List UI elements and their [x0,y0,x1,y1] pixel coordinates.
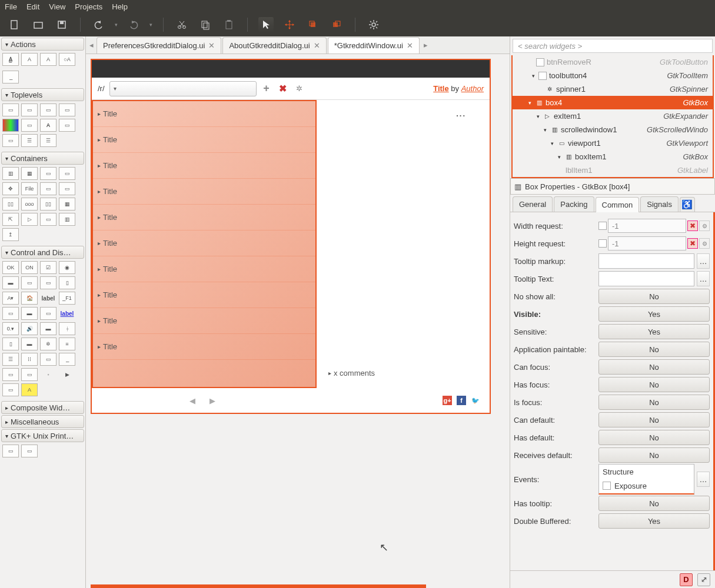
menu-view[interactable]: View [49,2,65,11]
palette-item[interactable]: label [59,307,75,320]
toggle-button[interactable]: No [598,289,710,304]
palette-item[interactable]: ▭ [21,103,38,116]
horizontal-scrollbar[interactable] [91,584,426,588]
palette-item[interactable]: ✲ [40,338,56,350]
menu-edit[interactable]: Edit [26,2,39,11]
checkbox[interactable] [603,482,611,490]
tree-row[interactable]: lblItem1GtkLabel [513,163,713,177]
twitter-icon[interactable]: 🐦 [471,396,480,405]
tree-row[interactable]: ▾▥box4GtkBox [513,96,713,109]
title-link[interactable]: Title [433,84,449,93]
palette-item[interactable]: ⎯ [59,353,75,366]
save-icon[interactable] [54,17,69,32]
palette-item[interactable]: OK [2,261,19,274]
close-icon[interactable]: ✕ [314,41,320,50]
palette-section-print[interactable]: GTK+ Unix Print… [1,429,84,442]
subreddit-combo[interactable] [109,81,257,96]
palette-item[interactable]: ▶ [59,368,75,381]
list-item[interactable]: Title [93,308,315,334]
toggle-button[interactable]: Yes [598,306,710,322]
resize-right-tool-icon[interactable] [329,17,344,32]
palette-item[interactable]: ☰ [2,353,19,366]
list-item[interactable]: Title [93,334,315,360]
palette-item[interactable]: ▭ [40,353,56,366]
palette-item[interactable]: ⎯ [2,71,19,83]
toggle-button[interactable]: Yes [598,513,710,529]
palette-item[interactable]: ≡ [59,338,75,350]
tab-scroll-right-icon[interactable]: ▸ [421,41,431,49]
tab-general[interactable]: General [513,196,553,212]
cut-icon[interactable] [174,17,189,32]
posts-list[interactable]: Title Title Title Title Title Title Titl… [92,100,317,388]
palette-item[interactable]: ▭ [59,103,75,116]
palette-item[interactable]: ▭ [2,383,19,396]
palette-item[interactable]: A̲ [2,53,19,66]
tab-window[interactable]: *GtkredditWindow.ui ✕ [328,37,420,54]
menu-projects[interactable]: Projects [75,2,102,11]
more-icon[interactable]: … [697,253,710,269]
palette-item[interactable]: ooo [21,198,38,211]
palette-item[interactable]: ▭ [2,368,19,381]
copy-icon[interactable] [198,17,213,32]
checkbox[interactable] [598,222,607,230]
palette-item[interactable]: ▬ [40,322,56,335]
checkbox[interactable] [598,239,607,248]
undo-icon[interactable] [91,17,107,32]
palette-section-composite[interactable]: Composite Wid… [1,401,84,414]
tab-packing[interactable]: Packing [554,196,594,212]
clear-icon[interactable]: ✖ [687,238,698,249]
tree-row[interactable]: ▾▭viewport1GtkViewport [513,136,713,150]
palette-item[interactable]: ☑ [40,261,56,274]
palette-item[interactable]: 🔊 [21,322,38,335]
edit-icon[interactable]: ⚙ [699,238,710,249]
redo-icon[interactable] [126,17,141,32]
list-item[interactable]: Title [93,205,315,230]
palette-item[interactable]: ⇱ [2,213,19,226]
palette-item[interactable]: A [21,383,38,396]
toggle-button[interactable]: No [598,430,710,445]
palette-item[interactable]: ▭ [59,119,75,132]
widget-tree[interactable]: btnRemoveRGtkToolButton▾toolbutton4GtkTo… [511,55,714,178]
events-box[interactable]: Structure Exposure [598,464,694,495]
palette-item[interactable]: ⟊ [59,322,75,335]
toggle-button[interactable]: No [598,412,710,427]
palette-item[interactable]: ▭ [40,276,56,289]
palette-item[interactable]: ▯ [2,338,19,350]
palette-section-control[interactable]: Control and Dis… [1,246,84,259]
palette-section-actions[interactable]: Actions [1,38,84,51]
palette-item[interactable]: ▯▯ [2,198,19,211]
palette-item[interactable]: ▭ [40,103,56,116]
toggle-button[interactable]: No [598,447,710,463]
palette-item[interactable]: ◉ [59,261,75,274]
palette-item[interactable]: ▭ [21,368,38,381]
palette-section-misc[interactable]: Miscellaneous [1,415,84,428]
prev-icon[interactable]: ◀ [189,396,195,405]
palette-section-toplevels[interactable]: Toplevels [1,88,84,101]
list-item[interactable]: Title [93,101,315,127]
tree-row[interactable]: ▾▥boxItem1GtkBox [513,150,713,163]
palette-item[interactable]: ▭ [2,307,19,320]
tree-row[interactable]: ▾toolbutton4GtkToolItem [513,69,713,82]
add-icon[interactable]: + [260,82,273,95]
list-item[interactable]: Title [93,282,315,308]
toggle-button[interactable]: No [598,395,710,410]
move-tool-icon[interactable] [282,17,297,32]
tab-preferences[interactable]: PreferencesGtkredditDialog.ui ✕ [97,37,221,54]
palette-item[interactable]: ☰ [40,134,56,147]
search-widgets-input[interactable]: < search widgets > [513,39,713,53]
palette-item[interactable]: ▭ [21,445,38,457]
facebook-icon[interactable]: f [457,396,466,405]
palette-item[interactable]: ✥ [2,182,19,195]
more-icon[interactable]: … [697,271,710,286]
palette-item[interactable]: ▭ [40,213,56,226]
palette-item[interactable]: ▷ [21,213,38,226]
palette-item[interactable]: ↥ [2,228,19,241]
toggle-button[interactable]: Yes [598,324,710,339]
palette-item[interactable]: ▥ [2,167,19,180]
author-link[interactable]: Author [461,84,484,93]
tree-row[interactable]: btnRemoveRGtkToolButton [513,55,713,69]
tab-a11y[interactable]: ♿ [680,197,695,212]
pointer-tool-icon[interactable] [258,17,274,32]
palette-item[interactable]: ▬ [21,307,38,320]
palette-item[interactable]: ▯▯ [40,198,56,211]
